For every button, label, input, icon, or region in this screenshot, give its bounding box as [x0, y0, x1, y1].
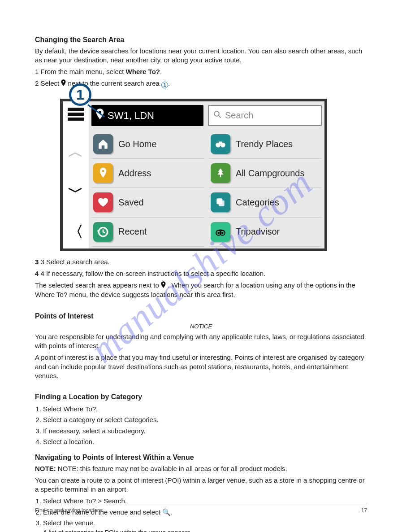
venue-note: NOTE: NOTE: this feature may not be avai… — [35, 464, 367, 473]
menu-label: Go Home — [118, 138, 157, 150]
footer-section-name: Finding and saving locations — [35, 507, 103, 514]
step-1: 1 From the main menu, select Where To?. — [35, 67, 367, 76]
history-icon — [93, 222, 113, 242]
notice-text: You are responsible for understanding an… — [35, 332, 367, 351]
menu-label: Categories — [236, 196, 279, 209]
search-placeholder: Search — [225, 109, 253, 122]
device-sidebar: ︿ ﹀ 〈 — [63, 101, 89, 249]
pin-icon — [161, 281, 166, 290]
menu-item-trendy[interactable]: Trendy Places — [209, 130, 322, 159]
menu-label: All Campgrounds — [236, 167, 304, 179]
step-1-where-to: Where To? — [126, 68, 160, 75]
menu-item-address[interactable]: Address — [91, 159, 204, 188]
menu-label: Tripadvisor — [236, 226, 280, 238]
venue-body: You can create a route to a point of int… — [35, 476, 367, 494]
venue-step-3: Select the venue. A list of categories f… — [43, 519, 367, 532]
intro-paragraph: By default, the device searches for loca… — [35, 47, 367, 65]
search-area-label: SW1, LDN — [108, 109, 154, 122]
step-1-prefix: 1 From the main menu, select — [35, 68, 126, 75]
menu-label: Recent — [118, 226, 147, 238]
section-title-venue: Navigating to Points of Interest Within … — [35, 453, 367, 462]
menu-item-saved[interactable]: Saved — [91, 188, 204, 217]
cat-step-2: Select a category or select Categories. — [43, 415, 367, 424]
current-search-area[interactable]: SW1, LDN — [91, 105, 203, 126]
search-icon — [213, 109, 221, 122]
venue-steps: Select Where To? > Search. Enter the nam… — [35, 497, 367, 532]
step-4: 4 4 If necessary, follow the on-screen i… — [35, 269, 367, 278]
menu-item-go-home[interactable]: Go Home — [91, 130, 204, 159]
cat-step-3: If necessary, select a subcategory. — [43, 427, 367, 436]
tripadvisor-icon — [211, 222, 230, 242]
cat-step-1: Select Where To?. — [43, 405, 367, 414]
cat-step-4: Select a location. — [43, 437, 367, 446]
section-title-poi: Points of Interest — [35, 311, 367, 321]
menu-label: Address — [118, 167, 151, 179]
pin-icon — [93, 163, 113, 183]
device-frame: ︿ ﹀ 〈 SW1, LDN Search — [60, 99, 327, 251]
pin-icon — [61, 79, 66, 88]
menu-item-recent[interactable]: Recent — [91, 218, 204, 247]
home-icon — [93, 134, 113, 154]
svg-line-1 — [218, 115, 220, 118]
scroll-up-arrow: ︿ — [68, 142, 83, 162]
page-footer: Finding and saving locations 17 — [35, 504, 367, 514]
stack-icon — [211, 192, 230, 212]
after-steps-prefix: The selected search area appears next to — [35, 281, 161, 289]
scroll-down-arrow[interactable]: ﹀ — [68, 182, 83, 202]
callout-ref-1: 1 — [161, 82, 168, 88]
menu-item-tripadvisor[interactable]: Tripadvisor — [209, 218, 322, 247]
poi-body: A point of interest is a place that you … — [35, 353, 367, 380]
svg-point-0 — [214, 111, 219, 116]
svg-point-11 — [221, 232, 223, 234]
menu-item-campgrounds[interactable]: All Campgrounds — [209, 159, 322, 188]
venue-step-3-note: A list of categories for POIs within the… — [43, 528, 367, 532]
binoculars-icon — [211, 134, 230, 154]
search-input[interactable]: Search — [208, 105, 322, 126]
step-2-prefix: 2 Select — [35, 79, 61, 87]
svg-rect-6 — [219, 201, 225, 206]
tree-icon — [211, 163, 230, 183]
device-main: SW1, LDN Search Go Home Trendy Places — [89, 101, 324, 249]
notice-label: NOTICE — [35, 323, 367, 331]
section-title-find-category: Finding a Location by Category — [35, 392, 367, 402]
after-steps: The selected search area appears next to… — [35, 281, 367, 300]
menu-label: Saved — [118, 196, 144, 209]
heart-icon — [93, 192, 113, 212]
category-steps: Select Where To?. Select a category or s… — [35, 405, 367, 446]
svg-rect-4 — [219, 142, 222, 144]
menu-label: Trendy Places — [236, 138, 293, 150]
device-screenshot: 1 ︿ ﹀ 〈 SW1, LDN Search — [60, 99, 327, 251]
section-title-change-area: Changing the Search Area — [35, 35, 367, 45]
menu-item-categories[interactable]: Categories — [209, 188, 322, 217]
page-number: 17 — [361, 507, 367, 514]
step-3: 3 3 Select a search area. — [35, 257, 367, 266]
svg-point-10 — [218, 232, 220, 234]
back-arrow[interactable]: 〈 — [68, 222, 83, 242]
menu-icon[interactable] — [68, 106, 84, 122]
callout-badge-1: 1 — [69, 83, 91, 106]
